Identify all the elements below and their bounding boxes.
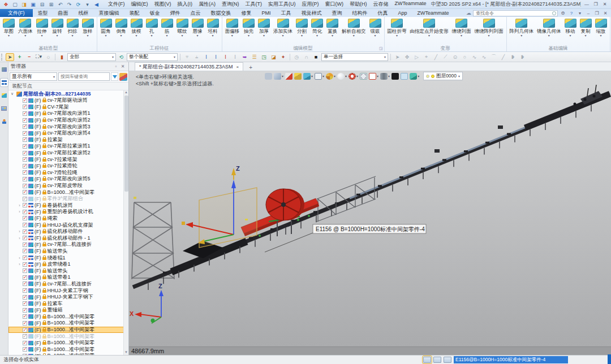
tree-node[interactable]: › (F) 输送带头 <box>8 248 128 255</box>
tree-node[interactable]: › (F) 皮带绕卷1 <box>8 261 128 268</box>
background-blue-icon[interactable] <box>401 73 408 80</box>
ribbon-command[interactable]: 阵列几何体▾ <box>508 18 536 45</box>
ribbon-command[interactable]: 简化▾ <box>309 18 325 45</box>
remove-selection-button[interactable]: － <box>25 53 33 61</box>
visibility-checkbox[interactable] <box>23 144 27 149</box>
graphics-canvas[interactable]: Z <box>129 71 611 355</box>
ribbon-command[interactable]: 缩放▾ <box>593 18 609 45</box>
curve-tool-icon[interactable]: ∿ <box>480 53 488 61</box>
tree-node[interactable]: › (F) HHUJ-夹紧工字钢 <box>8 287 128 294</box>
visibility-checkbox[interactable] <box>23 229 27 234</box>
render-manager-tab-icon[interactable] <box>1 105 8 112</box>
settings-gear-icon[interactable]: ⚙ <box>560 10 566 16</box>
ribbon-command[interactable]: 缠绕到面▾ <box>450 18 473 45</box>
visibility-checkbox[interactable] <box>23 242 27 247</box>
ribbon-command[interactable]: 圆角▾ <box>98 18 114 45</box>
background-black-icon[interactable] <box>391 73 399 80</box>
loop-icon[interactable]: ∩ <box>302 53 311 61</box>
tree-node[interactable]: › (F) B=1000...准中间架零 <box>8 340 128 346</box>
layer-bulb-off-icon[interactable] <box>426 75 429 78</box>
layer-bulb-on-icon[interactable] <box>431 75 434 78</box>
ribbon-tab[interactable]: 点云 <box>186 9 206 17</box>
expand-icon[interactable]: › <box>18 262 21 266</box>
section-view-icon[interactable]: ▾ <box>326 73 335 80</box>
ribbon-tab[interactable]: 数据交换 <box>206 9 236 17</box>
menu-item[interactable]: 编辑(E) <box>128 0 151 8</box>
menu-item[interactable]: ZWTeammate <box>392 0 429 8</box>
tree-node[interactable]: › (F) 重锤箱 <box>8 307 128 314</box>
menu-item[interactable]: 窗口(W) <box>322 0 347 8</box>
visibility-checkbox[interactable] <box>23 164 27 168</box>
menu-item[interactable]: 查询(N) <box>219 0 242 8</box>
tree-node[interactable]: › (F) 拉紧架 <box>8 137 128 144</box>
view-orient-icon[interactable]: ▾ <box>274 73 283 80</box>
cable-reel-disc[interactable] <box>266 189 304 220</box>
ribbon-tab[interactable]: 造型 <box>33 9 53 17</box>
assembly-tool-4-icon[interactable]: Ⅰ <box>231 53 239 61</box>
filter-funnel-icon[interactable] <box>111 72 118 81</box>
visibility-checkbox[interactable] <box>23 151 27 155</box>
mate-constraint-icon[interactable]: ⫨ <box>192 53 201 61</box>
height-icon[interactable]: ▾ <box>369 73 378 80</box>
show-filter-dropdown[interactable]: 显示所有▾ <box>10 72 57 81</box>
menu-item[interactable]: 应用(P) <box>299 0 322 8</box>
expand-icon[interactable]: › <box>18 236 21 240</box>
compass-icon[interactable]: ▾ <box>348 73 358 80</box>
tree-node[interactable]: › (F) cv-7尾部改向滚筒2 <box>8 117 128 124</box>
speaker-icon[interactable]: ◀ <box>93 1 100 8</box>
tree-search-input[interactable] <box>58 72 110 81</box>
expand-icon[interactable]: › <box>18 256 21 260</box>
ribbon-command[interactable]: 镶嵌▾ <box>368 18 383 45</box>
visibility-checkbox[interactable] <box>23 124 27 129</box>
tree-node[interactable]: › (F) cv-7尾部改向滚筒1 <box>8 110 128 117</box>
menu-item[interactable]: 属性(A) <box>196 0 218 8</box>
ribbon-command[interactable]: 镜像几何体▾ <box>535 18 563 45</box>
tree-node[interactable]: › (F) B=1000...准中间架零 <box>8 327 128 333</box>
tree-node[interactable]: › (F) cv-7尾部...机连接折 <box>8 241 128 248</box>
visibility-checkbox[interactable] <box>23 236 27 240</box>
ribbon-tab[interactable]: 曲面 <box>53 9 74 17</box>
visibility-checkbox[interactable] <box>23 216 27 220</box>
visibility-checkbox[interactable] <box>23 203 27 207</box>
ribbon-command[interactable]: 螺纹▾ <box>175 18 190 45</box>
visibility-checkbox[interactable] <box>23 321 27 326</box>
ribbon-command[interactable]: 圆柱折弯▾ <box>386 18 408 45</box>
display-mode-2-icon[interactable] <box>433 357 441 363</box>
ribbon-command[interactable]: 添加实体▾ <box>272 18 294 45</box>
ribbon-command[interactable]: 唇缘▾ <box>190 18 205 45</box>
dialog-launcher-icon[interactable]: ◲ <box>379 46 383 51</box>
print-preview-icon[interactable]: ⊞ <box>48 1 55 8</box>
cloud-icon[interactable]: ☁ <box>466 10 471 16</box>
visibility-checkbox[interactable] <box>23 190 27 194</box>
tree-node[interactable]: › (F) cv-7滑轮拉绳 <box>8 170 128 176</box>
tree-node[interactable]: › (F) 绕卷辊1 <box>8 254 128 261</box>
brush-2-icon[interactable]: ❥ <box>518 53 527 61</box>
tree-node[interactable]: › (F) 拉紧车 <box>8 300 128 307</box>
collapse-icon[interactable]: ∨ <box>11 92 15 96</box>
doc-close-icon[interactable]: ✕ <box>602 10 609 16</box>
menu-item[interactable]: 帮助(H) <box>347 0 370 8</box>
tree-node[interactable]: › (F) 绳索 <box>8 215 128 222</box>
visibility-checkbox[interactable] <box>23 288 27 293</box>
ribbon-command[interactable]: 复制▾ <box>578 18 593 45</box>
layer-dropdown[interactable]: 图层0000 ▾ <box>423 72 463 80</box>
interference-icon[interactable]: ◳ <box>260 53 268 61</box>
visibility-checkbox[interactable] <box>23 157 27 162</box>
ribbon-tab[interactable]: 焊件 <box>165 9 186 17</box>
tree-node[interactable]: › (F) B=1000...准中间架零 <box>8 189 128 196</box>
menu-item[interactable]: 插入(I) <box>175 0 196 8</box>
visibility-checkbox[interactable] <box>23 341 27 345</box>
ghost-arrow-icon[interactable]: ➤ <box>393 53 402 61</box>
circle-center-icon[interactable]: ⊙ <box>451 53 459 61</box>
pick-mode-dropdown[interactable]: 单一选择▾ <box>321 53 388 61</box>
tree-node[interactable]: › (F) 输送带头 <box>8 267 128 274</box>
user-manager-tab-icon[interactable] <box>1 118 8 125</box>
polyline-tool-icon[interactable]: ⟋ <box>441 53 450 61</box>
visibility-checkbox[interactable] <box>23 301 27 306</box>
display-mode-1-icon[interactable] <box>423 357 431 363</box>
ribbon-command[interactable]: 缠绕阵列到面▾ <box>473 18 505 45</box>
tab-close-icon[interactable]: × <box>236 64 239 70</box>
ribbon-command[interactable]: 分割▾ <box>294 18 309 45</box>
burst-icon[interactable]: ☰ <box>250 53 259 61</box>
tree-node[interactable]: › (F) cv-7尾部拉紧滚筒1 <box>8 143 128 150</box>
